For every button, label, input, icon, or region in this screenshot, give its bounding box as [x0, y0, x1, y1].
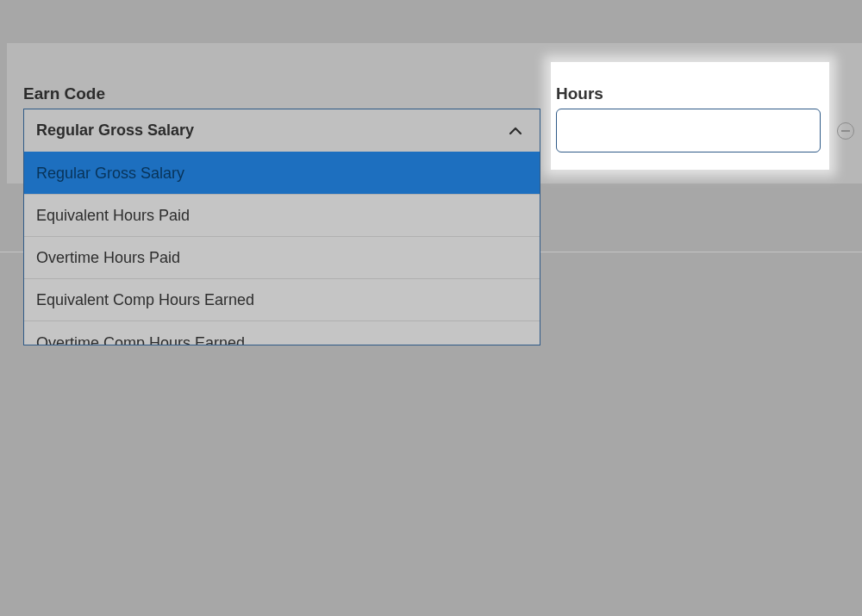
- earn-code-option[interactable]: Regular Gross Salary: [24, 152, 540, 194]
- chevron-up-icon: [509, 124, 522, 138]
- earn-code-selected-text: Regular Gross Salary: [36, 121, 194, 140]
- hours-input[interactable]: [556, 109, 821, 152]
- earn-code-option[interactable]: Equivalent Hours Paid: [24, 194, 540, 236]
- hours-label: Hours: [556, 84, 603, 103]
- earn-code-option[interactable]: Equivalent Comp Hours Earned: [24, 278, 540, 320]
- earn-code-dropdown[interactable]: Regular Gross Salary Regular Gross Salar…: [23, 109, 540, 345]
- earn-code-option[interactable]: Overtime Comp Hours Earned: [24, 320, 540, 345]
- earn-code-label: Earn Code: [23, 84, 105, 103]
- earn-code-dropdown-toggle[interactable]: Regular Gross Salary: [24, 109, 540, 152]
- earn-code-option-list: Regular Gross Salary Equivalent Hours Pa…: [24, 152, 540, 345]
- earn-code-option[interactable]: Overtime Hours Paid: [24, 236, 540, 278]
- remove-row-button[interactable]: [837, 122, 854, 140]
